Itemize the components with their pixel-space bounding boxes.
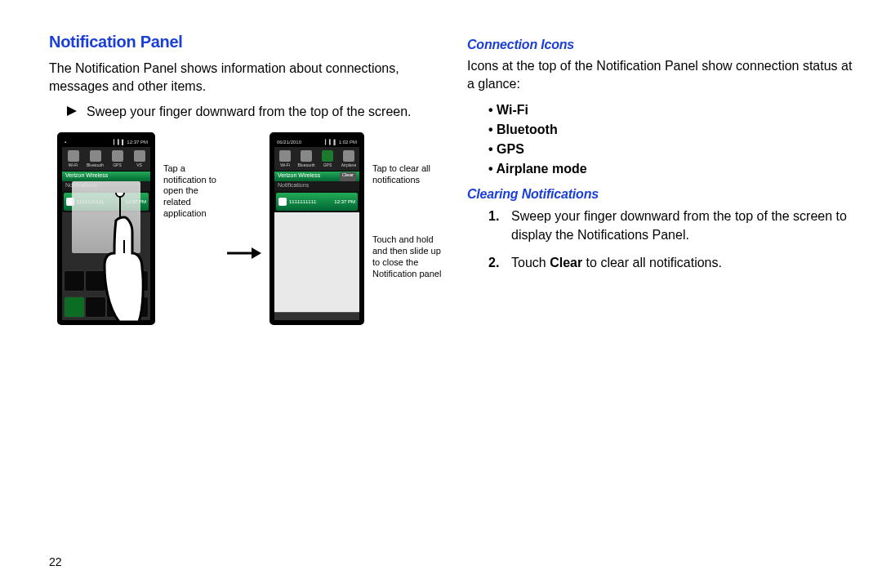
caption-close-panel: Touch and hold and then slide up to clos…: [372, 234, 444, 279]
step-number: 1.: [488, 207, 503, 244]
vs-icon: [134, 150, 145, 162]
airplane-icon: [343, 150, 354, 162]
bluetooth-icon: [301, 150, 312, 162]
clear-button-label: Clear: [340, 172, 356, 181]
carrier-label: Verizon Wireless: [278, 172, 320, 181]
status-time: 1:02 PM: [339, 140, 357, 145]
home-tile: [85, 270, 106, 292]
subhead-clearing-notifications: Clearing Notifications: [467, 187, 853, 202]
bluetooth-icon: [90, 150, 101, 162]
gps-icon: [112, 150, 123, 162]
intro-text: The Notification Panel shows information…: [49, 60, 441, 95]
bullet-airplane: Airplane mode: [488, 159, 853, 179]
wifi-icon: [68, 150, 79, 162]
phone-tile: [64, 296, 85, 318]
signal-icon: ▎▍▌: [325, 139, 336, 145]
pull-shade-overlay: [72, 181, 140, 253]
bullet-bluetooth: Bluetooth: [488, 120, 853, 140]
home-tile: [64, 270, 85, 292]
svg-marker-0: [67, 106, 77, 116]
clear-word: Clear: [550, 256, 582, 270]
notification-app-icon: [278, 198, 287, 206]
signal-icon: ▎▍▌: [114, 139, 125, 145]
status-left-icon: ▪: [65, 140, 66, 145]
step-1-text: Sweep your finger downward from the top …: [511, 207, 853, 244]
home-tile: [106, 296, 127, 318]
panel-handle: [274, 312, 359, 320]
svg-marker-4: [252, 247, 261, 259]
phone-figure-panel: 06/21/2010 ▎▍▌ 1:02 PM Wi-Fi Bluetooth G…: [270, 132, 364, 325]
subhead-connection-icons: Connection Icons: [467, 38, 853, 52]
page-number: 22: [49, 555, 62, 568]
right-column: Connection Icons Icons at the top of the…: [467, 33, 853, 325]
gps-icon: [322, 150, 333, 162]
apps-tile: [127, 296, 149, 318]
triangle-play-icon: [67, 106, 77, 116]
instruction-text: Sweep your finger downward from the top …: [87, 103, 412, 121]
phone-figure-home: ▪ ▎▍▌ 12:37 PM Wi-Fi Bluetooth GPS VS Ve…: [57, 132, 155, 325]
heading-notification-panel: Notification Panel: [49, 33, 441, 51]
notifications-label: Notifications: [274, 181, 359, 191]
quick-toggle-row: Wi-Fi Bluetooth GPS VS: [62, 147, 150, 172]
home-tile: [127, 270, 149, 292]
connection-icons-body: Icons at the top of the Notification Pan…: [467, 57, 853, 92]
step-2-text: Touch Clear to clear all notifications.: [511, 253, 722, 272]
left-column: Notification Panel The Notification Pane…: [49, 33, 441, 325]
home-tile: [106, 270, 127, 292]
bullet-wifi: Wi-Fi: [488, 100, 853, 120]
quick-toggle-row: Wi-Fi Bluetooth GPS Airplane: [274, 147, 359, 172]
arrow-right-icon: [227, 246, 261, 261]
caption-tap-notification: Tap a notification to open the related a…: [163, 163, 219, 220]
clearing-steps: 1. Sweep your finger downward from the t…: [467, 207, 853, 272]
wifi-icon: [279, 150, 291, 162]
bullet-gps: GPS: [488, 140, 853, 159]
connection-bullet-list: Wi-Fi Bluetooth GPS Airplane mode: [467, 100, 853, 179]
notification-item: 1111111111 12:37 PM: [276, 193, 358, 211]
caption-clear-all: Tap to clear all notifications: [372, 163, 436, 186]
instruction-row: Sweep your finger downward from the top …: [49, 103, 441, 121]
figure-row: ▪ ▎▍▌ 12:37 PM Wi-Fi Bluetooth GPS VS Ve…: [49, 132, 441, 325]
home-tile: [85, 296, 106, 318]
status-time: 12:37 PM: [127, 140, 148, 145]
status-date: 06/21/2010: [277, 140, 301, 145]
carrier-label: Verizon Wireless: [65, 172, 108, 181]
step-number: 2.: [488, 253, 503, 272]
